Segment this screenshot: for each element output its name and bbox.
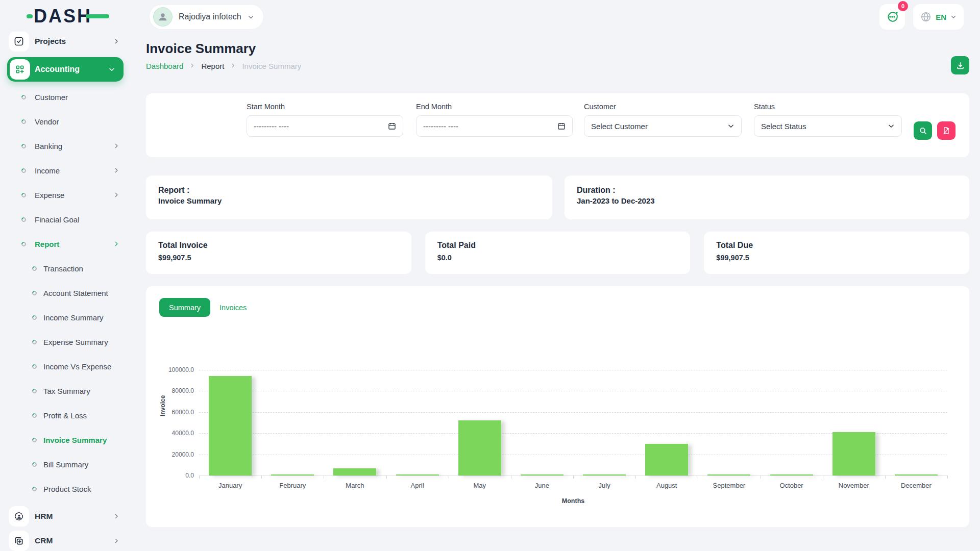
status-label: Status (754, 103, 902, 111)
company-selector[interactable]: Rajodiya infotech (149, 4, 264, 30)
duration-value: Jan-2023 to Dec-2023 (577, 196, 957, 205)
file-slash-icon (942, 127, 950, 135)
total-invoice-card: Total Invoice $99,907.5 (146, 232, 411, 274)
sidebar-item-product-stock[interactable]: Product Stock (0, 477, 134, 501)
stat-value: $99,907.5 (716, 254, 957, 262)
sidebar-item-account-statement[interactable]: Account Statement (0, 281, 134, 305)
bar-february[interactable] (271, 474, 314, 475)
bar-may[interactable] (458, 420, 501, 475)
y-tick-label: 80000.0 (148, 387, 194, 394)
x-axis-tick (761, 475, 761, 479)
breadcrumb-report[interactable]: Report (201, 62, 224, 70)
sidebar-item-expense-summary[interactable]: Expense Summary (0, 330, 134, 354)
chevron-right-icon (113, 167, 119, 173)
dash-logo: DASH (34, 6, 92, 27)
bullet-icon (20, 216, 27, 223)
bullet-icon (31, 486, 38, 492)
chart-x-axis-title: Months (199, 497, 947, 505)
search-button[interactable] (914, 121, 932, 140)
check-square-icon (9, 31, 29, 52)
x-axis-tick (698, 475, 698, 479)
customer-field: Customer Select Customer (584, 103, 742, 137)
sidebar-item-income-summary[interactable]: Income Summary (0, 305, 134, 330)
globe-icon (920, 11, 932, 22)
sidebar-item-income[interactable]: Income (0, 158, 134, 183)
bullet-icon (31, 412, 38, 419)
reset-filter-button[interactable] (937, 121, 955, 140)
sidebar-item-banking[interactable]: Banking (0, 134, 134, 158)
sidebar-item-transaction[interactable]: Transaction (0, 256, 134, 281)
bar-december[interactable] (895, 474, 938, 475)
sidebar-item-invoice-summary[interactable]: Invoice Summary (0, 428, 134, 452)
download-button[interactable] (951, 56, 969, 74)
sidebar-item-vendor[interactable]: Vendor (0, 109, 134, 134)
language-selector[interactable]: EN (913, 4, 964, 30)
customer-select[interactable]: Select Customer (584, 115, 742, 137)
sidebar-item-label: Income Summary (43, 313, 104, 322)
y-tick-label: 100000.0 (148, 366, 194, 373)
chart-card: Summary Invoices Invoice 0.020000.040000… (146, 286, 969, 527)
sidebar-item-label: CRM (35, 536, 53, 545)
chevron-right-icon (113, 38, 119, 44)
bullet-icon (31, 437, 38, 443)
bar-september[interactable] (707, 474, 750, 475)
bar-april[interactable] (396, 474, 439, 475)
x-tick-label-november: November (823, 482, 885, 489)
start-month-input[interactable]: --------- ---- (247, 115, 403, 137)
report-label: Report : (158, 186, 540, 195)
bar-july[interactable] (583, 474, 626, 475)
y-tick-label: 20000.0 (148, 451, 194, 458)
bar-january[interactable] (209, 376, 252, 475)
avatar (153, 7, 173, 27)
messages-badge: 0 (898, 1, 908, 11)
bar-november[interactable] (832, 432, 875, 475)
end-month-input[interactable]: --------- ---- (416, 115, 573, 137)
x-tick-label-may: May (449, 482, 511, 489)
sidebar-item-finacial-goal[interactable]: Finacial Goal (0, 207, 134, 232)
sidebar-item-tax-summary[interactable]: Tax Summary (0, 379, 134, 403)
sidebar-item-accounting[interactable]: Accounting (7, 57, 124, 82)
sidebar-item-label: Expense Summary (43, 338, 108, 346)
filter-card: Start Month --------- ---- End Month ---… (146, 93, 969, 157)
sidebar-item-label: Bill Summary (43, 460, 88, 469)
bullet-icon (20, 143, 27, 149)
breadcrumb-separator (189, 62, 195, 70)
sidebar-item-income-vs-expense[interactable]: Income Vs Expense (0, 354, 134, 379)
chevron-down-icon (248, 14, 254, 20)
sidebar-item-bill-summary[interactable]: Bill Summary (0, 452, 134, 477)
messages-button[interactable]: 0 (879, 4, 905, 30)
sidebar-item-projects[interactable]: Projects (0, 29, 134, 54)
bar-june[interactable] (521, 474, 564, 475)
sidebar-item-profit-loss[interactable]: Profit & Loss (0, 403, 134, 428)
chevron-right-icon (113, 192, 119, 198)
start-month-field: Start Month --------- ---- (247, 103, 403, 137)
sidebar-item-crm[interactable]: CRM (0, 529, 134, 551)
bullet-icon (31, 265, 38, 272)
bullet-icon (20, 241, 27, 247)
sidebar-item-report[interactable]: Report (0, 232, 134, 256)
duration-label: Duration : (577, 186, 957, 195)
sidebar-item-label: Income Vs Expense (43, 362, 111, 371)
end-month-field: End Month --------- ---- (416, 103, 573, 137)
chevron-down-icon (727, 122, 734, 130)
status-select[interactable]: Select Status (754, 115, 902, 137)
x-axis-tick (635, 475, 636, 479)
bar-october[interactable] (770, 474, 813, 475)
sidebar-item-label: Income (35, 166, 60, 175)
sidebar-item-expense[interactable]: Expense (0, 183, 134, 207)
bullet-icon (20, 118, 27, 125)
breadcrumb-dashboard[interactable]: Dashboard (146, 62, 183, 70)
topbar-actions: 0 EN (879, 4, 964, 30)
bullet-icon (31, 339, 38, 345)
x-tick-label-january: January (199, 482, 261, 489)
bar-august[interactable] (645, 444, 688, 475)
x-axis-tick (947, 475, 948, 479)
sidebar-item-customer[interactable]: Customer (0, 85, 134, 109)
breadcrumb-invoice-summary: Invoice Summary (242, 62, 301, 70)
sidebar-item-hrm[interactable]: HRM (0, 504, 134, 529)
tab-summary[interactable]: Summary (159, 298, 210, 317)
bar-march[interactable] (333, 468, 376, 475)
calendar-icon (388, 122, 396, 130)
topbar: DASH Rajodiya infotech 0 EN (0, 0, 980, 32)
tab-invoices[interactable]: Invoices (219, 304, 247, 312)
